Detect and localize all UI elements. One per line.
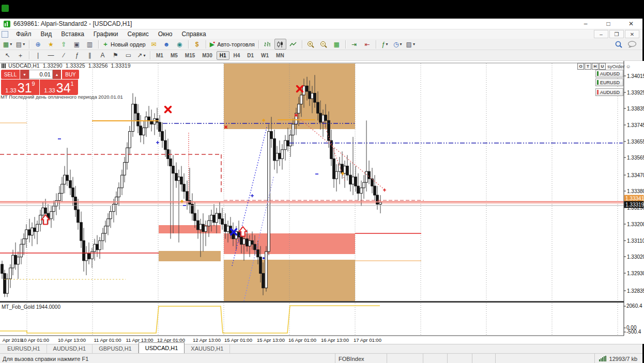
symbol-button-audusd-1[interactable]: AUDUSD [595, 70, 623, 77]
toolbar-separator [345, 40, 346, 49]
tab-eurusd[interactable]: EURUSD,H1 [1, 344, 47, 353]
crosshair-icon: ＋ [18, 51, 24, 60]
sell-price-button[interactable]: 1.33 31 9 [1, 80, 39, 95]
menu-file[interactable]: Файл [11, 30, 36, 38]
chart-shift-icon: ⇤ [364, 41, 370, 48]
line-chart-button[interactable] [287, 39, 299, 50]
strategy-tester-button[interactable]: ▥ [84, 39, 96, 50]
symbol-button-eurusd[interactable]: EURUSD [595, 78, 623, 86]
volume-up-stepper[interactable]: ▲ [53, 70, 61, 79]
symbol-button-audusd-2[interactable]: AUDUSD [595, 88, 623, 96]
child-close-icon[interactable]: ✕ [625, 30, 639, 38]
chevron-down-icon: ▾ [386, 42, 388, 46]
timeframe-mn[interactable]: MN [273, 51, 287, 60]
chart-canvas[interactable]: MT_Fob_Gold 1944.00001.340151.339251.338… [0, 61, 644, 344]
chevron-down-icon: ▾ [400, 42, 402, 46]
menu-view[interactable]: Вид [36, 30, 57, 38]
tab-xauusd[interactable]: XAUUSD,H1 [185, 344, 230, 353]
tab-audusd[interactable]: AUDUSD,H1 [47, 344, 93, 353]
bar-chart-button[interactable] [262, 39, 273, 50]
menu-tools[interactable]: Сервис [123, 30, 154, 38]
tab-gbpusd[interactable]: GBPUSD,H1 [93, 344, 139, 353]
data-window-button[interactable]: ▣ [71, 39, 83, 50]
easyorder-t-button[interactable]: T [585, 63, 591, 70]
trendline-button[interactable]: ∕ [58, 50, 70, 61]
menu-charts[interactable]: Графики [89, 30, 123, 38]
toolbar-separator [150, 51, 150, 59]
timeframe-d1[interactable]: D1 [244, 51, 257, 60]
timeframe-w1[interactable]: W1 [258, 51, 272, 60]
easyorder-o-button[interactable]: O [577, 63, 584, 70]
autotrade-button[interactable]: ▶●Авто-торговля [209, 39, 256, 50]
periods-button[interactable]: ◷▾ [392, 39, 404, 50]
menu-window[interactable]: Окно [154, 30, 177, 38]
maximize-icon[interactable]: □ [597, 19, 620, 29]
timeframe-m30[interactable]: M30 [199, 51, 215, 60]
tile-windows-button[interactable]: ▦ [331, 39, 343, 50]
easyorder-h-button[interactable]: H [592, 63, 599, 70]
chart-shift-button[interactable]: ⇤ [361, 39, 373, 50]
text-label-button[interactable]: ⚑ [110, 50, 121, 61]
sell-price-pip: 9 [32, 81, 35, 86]
buy-button[interactable]: BUY [62, 70, 79, 79]
chat-button[interactable] [626, 39, 638, 50]
market-watch-button[interactable]: ⊕ [32, 39, 44, 50]
easyorder-toolbar: O T H U syOrder ☺ [577, 63, 631, 70]
templates-button[interactable]: ▨▾ [405, 39, 417, 50]
terminal-button[interactable]: ⇧ [58, 39, 70, 50]
template-icon: ▨ [406, 41, 412, 48]
mql5-community-button[interactable]: $ [191, 39, 203, 50]
chart-symbol: USDCAD,H1 [8, 62, 40, 69]
horizontal-line-button[interactable]: — [45, 50, 57, 61]
indicators-button[interactable]: ƒ▾ [379, 39, 391, 50]
menu-help[interactable]: Справка [177, 30, 211, 38]
market-button[interactable]: ◉ [174, 39, 186, 50]
timeframe-h4[interactable]: H4 [231, 51, 243, 60]
sell-button[interactable]: SELL [1, 70, 20, 79]
shapes-button[interactable]: ▭ [122, 50, 134, 61]
one-click-trading-panel: SELL ▼ ▲ BUY 1.33 31 9 1.33 34 1 [1, 70, 80, 95]
buy-price-button[interactable]: 1.33 34 1 [40, 80, 78, 95]
close-icon[interactable]: ✕ [620, 19, 642, 29]
new-order-button[interactable]: ＋Новый ордер [101, 39, 147, 50]
options-button[interactable]: ☻ [161, 39, 173, 50]
channel-button[interactable]: ∥ [84, 50, 96, 61]
metaeditor-button[interactable]: ✉ [148, 39, 160, 50]
toolbar-separator [29, 40, 29, 49]
vertical-line-button[interactable]: | [32, 50, 44, 61]
timeframe-m5[interactable]: M5 [167, 51, 181, 60]
title-bar[interactable]: 6639861: Alpari-Standard2 - [USDCAD,H1] … [0, 19, 642, 29]
timeframe-h1[interactable]: H1 [217, 51, 229, 60]
crosshair-button[interactable]: ＋ [14, 50, 26, 61]
price-tick: 1.33110 [627, 238, 644, 244]
indicator-label: MT_Fob_Gold 1944.0000 [2, 304, 60, 310]
cursor-button[interactable]: ↖ [2, 50, 13, 61]
profiles-button[interactable]: ▤▾ [14, 39, 26, 50]
minimize-icon[interactable]: – [574, 19, 597, 29]
child-restore-icon[interactable]: ❐ [609, 30, 624, 38]
auto-scroll-button[interactable]: ⇥ [348, 39, 360, 50]
candlestick-chart-button[interactable] [274, 39, 286, 50]
volume-input[interactable] [29, 70, 53, 79]
text-button[interactable]: A [97, 50, 109, 61]
toolbar-separator [258, 40, 259, 49]
volume-down-stepper[interactable]: ▼ [20, 70, 29, 79]
search-button[interactable] [613, 39, 625, 50]
child-minimize-icon[interactable]: – [594, 30, 608, 38]
text-icon: A [100, 52, 104, 59]
timeframe-m1[interactable]: M1 [153, 51, 166, 60]
timeframe-m15[interactable]: M15 [182, 51, 198, 60]
menu-insert[interactable]: Вставка [56, 30, 89, 38]
new-chart-button[interactable]: ▦▾ [2, 39, 13, 50]
supply-zone-top [224, 64, 355, 129]
connection-bars-icon [599, 356, 607, 361]
arrows-button[interactable]: ↗▾ [135, 50, 147, 61]
easyorder-u-button[interactable]: U [599, 63, 606, 70]
new-order-plus-icon: ＋ [102, 40, 109, 49]
trendline-icon: ∕ [63, 52, 64, 59]
fibonacci-button[interactable]: ƒ [71, 50, 83, 61]
tab-usdcad[interactable]: USDCAD,H1 [139, 342, 185, 353]
navigator-button[interactable]: ★ [45, 39, 57, 50]
zoom-out-button[interactable] [318, 39, 330, 50]
zoom-in-button[interactable] [305, 39, 317, 50]
